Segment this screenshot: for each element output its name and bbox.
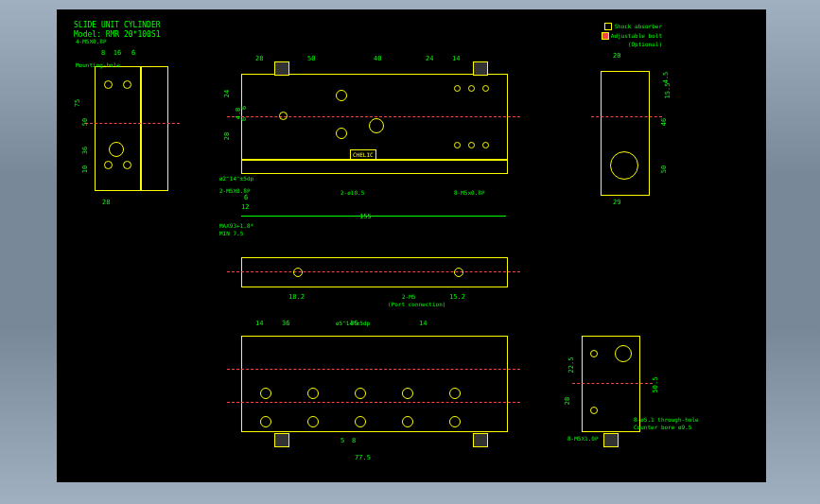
hole-icon [610, 151, 638, 180]
hole-icon [369, 118, 384, 133]
dim-6c: 6 [244, 194, 248, 201]
dim-14a: 14 [255, 320, 263, 327]
hole-icon [402, 416, 413, 427]
dim-8: 8 [97, 49, 109, 57]
dim-155: 155 [359, 213, 372, 220]
hole-icon [104, 161, 113, 169]
legend-shock: Shock absorber [604, 23, 662, 30]
hole-icon [123, 161, 131, 169]
hole-note: 2-ø10.5 [340, 189, 364, 196]
hole-icon [336, 90, 347, 101]
hole-icon [449, 388, 461, 399]
view-bottom [241, 336, 508, 432]
hole-icon [123, 80, 131, 89]
cbore-note: Counter bore ø9.5 [634, 424, 691, 430]
hole-icon [109, 142, 124, 157]
shock-absorber-icon [274, 433, 289, 447]
hole-icon [293, 268, 303, 277]
shock-absorber-icon [274, 61, 289, 76]
shock-absorber-icon [473, 61, 488, 76]
hole-icon [336, 128, 347, 139]
dim-182: 18.2 [288, 293, 305, 301]
centerline-icon [85, 123, 180, 124]
legend-bolt: Adjustable bolt [602, 32, 662, 40]
dim-45: 4.5 [662, 72, 670, 84]
brand-label: CHELIC [350, 149, 376, 160]
view-front-left [95, 66, 142, 191]
dim-50: 50 [660, 165, 668, 173]
dim-775: 77.5 [355, 454, 371, 461]
hole-icon [590, 350, 598, 357]
dim-24: 24 [426, 55, 433, 62]
dim-48: 4.8 [235, 108, 242, 120]
dim-28: 28 [255, 55, 263, 62]
dim-36a: 36 [282, 320, 289, 327]
dim-10: 10 [81, 165, 89, 173]
dim-14: 14 [452, 55, 460, 62]
hole-icon [454, 85, 461, 92]
dim-28v: 28 [223, 132, 231, 140]
dim-16: 16 [112, 49, 123, 57]
hole-icon [482, 142, 489, 148]
hole-icon [307, 416, 319, 427]
dim-14b: 14 [419, 320, 427, 327]
hole-icon [355, 416, 366, 427]
dim-28: 28 [564, 397, 571, 405]
port-conn-note: (Port connection) [388, 301, 445, 307]
dim-50: 50 [81, 118, 89, 126]
dim-8: 8 [352, 437, 356, 444]
dim-50: 50 [307, 55, 315, 62]
dim-40: 40 [374, 55, 381, 62]
shock-absorber-icon [473, 433, 488, 447]
thru-note: 8-ø5.1 through-hole [634, 416, 699, 423]
cad-canvas: SLIDE UNIT CYLINDER Model: RMR 20*100S1 … [57, 9, 766, 482]
hole-icon [307, 388, 319, 399]
dim-24v: 24 [223, 90, 231, 97]
centerline-icon [227, 271, 520, 272]
hole-icon [402, 388, 413, 399]
hole-icon [468, 142, 475, 148]
cb-note: ø2^14^±5dp [219, 175, 253, 182]
hole-icon [590, 407, 598, 414]
dim-5: 5 [340, 437, 344, 444]
dim-505: 50.5 [652, 377, 659, 393]
hole-icon [482, 85, 489, 92]
thread-note: 8-M5X1.0P [567, 435, 599, 442]
dim-28: 28 [102, 199, 110, 206]
dim-46: 46 [660, 118, 668, 126]
dim-155: 15.5 [664, 83, 672, 99]
max-note: MAX93+1.8* [219, 222, 253, 229]
view-side-profile [241, 257, 508, 287]
centerline-icon [227, 402, 520, 403]
lthread-note: 2-M5X0.8P [219, 187, 251, 194]
mounting-note: Mounting-hole [76, 61, 120, 68]
dim-152: 15.2 [449, 293, 465, 301]
dim-12: 12 [241, 203, 249, 211]
dim-6: 6 [129, 49, 138, 57]
centerline-icon [572, 383, 653, 384]
hole-icon [449, 416, 461, 427]
view-top-base [241, 159, 508, 174]
dim-36: 36 [81, 147, 89, 154]
hole-icon [104, 80, 113, 89]
port-note: 2-M5 [402, 293, 415, 300]
centerline-icon [591, 116, 662, 117]
dim-29: 29 [613, 199, 620, 206]
cb-note: ø5^14^±5dp [336, 320, 370, 326]
view-front-left-flange [140, 66, 168, 191]
dim-20: 20 [613, 52, 620, 60]
dim-225: 22.5 [567, 357, 575, 374]
shock-absorber-icon [603, 433, 619, 447]
dim-75: 75 [74, 99, 81, 107]
min-note: MIN 7.5 [219, 230, 243, 236]
drawing-title: SLIDE UNIT CYLINDER [74, 21, 161, 29]
centerline-icon [227, 369, 520, 370]
hole-icon [260, 416, 271, 427]
hole-icon [279, 112, 288, 120]
hole-icon [355, 388, 366, 399]
thread-note: 4-M5X0.8P [76, 38, 107, 44]
centerline-icon [227, 116, 520, 117]
hole-icon [468, 85, 475, 92]
hole-icon [615, 345, 632, 362]
hole-icon [260, 388, 271, 399]
